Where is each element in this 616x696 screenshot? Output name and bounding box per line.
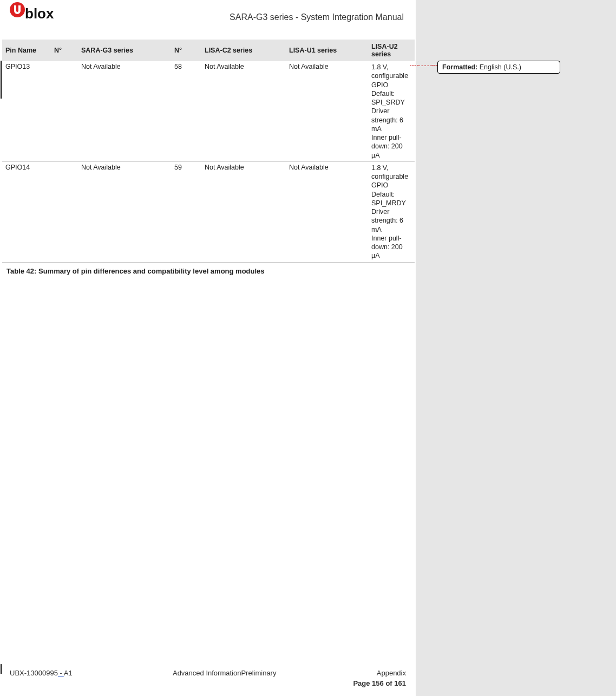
pin-summary-table: Pin Name N° SARA-G3 series N° LISA-C2 se… bbox=[2, 40, 415, 263]
cell-pin-name: GPIO13 bbox=[2, 61, 51, 161]
doc-id-suffix: A1 bbox=[64, 669, 73, 677]
cell-sara-g3: Not Available bbox=[78, 161, 171, 262]
document-title: SARA-G3 series - System Integration Manu… bbox=[230, 12, 404, 22]
ublox-logo-icon: blox bbox=[10, 2, 73, 27]
cell-line: Default: SPI_SRDY bbox=[371, 89, 411, 107]
footer-doc-id: UBX-13000995 - A1 bbox=[10, 669, 73, 677]
th-n1: N° bbox=[51, 40, 78, 61]
page-header: blox SARA-G3 series - System Integration… bbox=[0, 0, 416, 40]
cell-line: 1.8 V, configurable GPIO bbox=[371, 164, 411, 190]
th-lisa-c2: LISA-C2 series bbox=[201, 40, 286, 61]
cell-lisa-u1: Not Available bbox=[286, 161, 368, 262]
th-sara-g3: SARA-G3 series bbox=[78, 40, 171, 61]
cell-line: Inner pull-down: 200 µA bbox=[371, 133, 411, 160]
comment-connector-icon bbox=[432, 65, 437, 66]
doc-id-prefix: UBX-13000995 bbox=[10, 669, 58, 677]
cell-lisa-u2: 1.8 V, configurable GPIO Default: SPI_SR… bbox=[368, 61, 415, 161]
cell-line: Default: SPI_MRDY bbox=[371, 190, 411, 208]
cell-line: Driver strength: 6 mA bbox=[371, 107, 411, 133]
cell-sara-g3: Not Available bbox=[78, 61, 171, 161]
th-n2: N° bbox=[171, 40, 201, 61]
table-header-row: Pin Name N° SARA-G3 series N° LISA-C2 se… bbox=[2, 40, 415, 61]
table-row: GPIO13 Not Available 58 Not Available No… bbox=[2, 61, 415, 161]
cell-lisa-c2: Not Available bbox=[201, 61, 286, 161]
comment-body: English (U.S.) bbox=[477, 63, 521, 71]
revision-bar bbox=[1, 61, 2, 99]
comment-connector-icon bbox=[418, 66, 432, 66]
table-row: GPIO14 Not Available 59 Not Available No… bbox=[2, 161, 415, 262]
svg-text:blox: blox bbox=[25, 5, 54, 22]
th-lisa-u2: LISA-U2 series bbox=[368, 40, 415, 61]
format-comment-bubble: Formatted: English (U.S.) bbox=[437, 61, 560, 74]
th-lisa-u1: LISA-U1 series bbox=[286, 40, 368, 61]
table-caption: Table 42: Summary of pin differences and… bbox=[0, 263, 416, 275]
cell-line: 1.8 V, configurable GPIO bbox=[371, 63, 411, 89]
cell-line: Driver strength: 6 mA bbox=[371, 207, 411, 234]
doc-id-sep: - bbox=[58, 669, 64, 677]
page-number: Page 156 of 161 bbox=[353, 679, 406, 687]
page-footer: UBX-13000995 - A1 Advanced InformationPr… bbox=[0, 669, 416, 687]
th-pin-name: Pin Name bbox=[2, 40, 51, 61]
svg-point-0 bbox=[10, 2, 25, 17]
cell-n2: 58 bbox=[171, 61, 201, 161]
cell-n1 bbox=[51, 61, 78, 161]
comment-connector-icon bbox=[410, 65, 418, 66]
comment-head: Formatted: bbox=[442, 63, 477, 71]
cell-pin-name: GPIO14 bbox=[2, 161, 51, 262]
cell-lisa-c2: Not Available bbox=[201, 161, 286, 262]
cell-line: Inner pull-down: 200 µA bbox=[371, 234, 411, 261]
cell-lisa-u2: 1.8 V, configurable GPIO Default: SPI_MR… bbox=[368, 161, 415, 262]
cell-lisa-u1: Not Available bbox=[286, 61, 368, 161]
footer-center: Advanced InformationPreliminary bbox=[173, 669, 276, 677]
cell-n1 bbox=[51, 161, 78, 262]
cell-n2: 59 bbox=[171, 161, 201, 262]
footer-right: Appendix bbox=[377, 669, 406, 677]
